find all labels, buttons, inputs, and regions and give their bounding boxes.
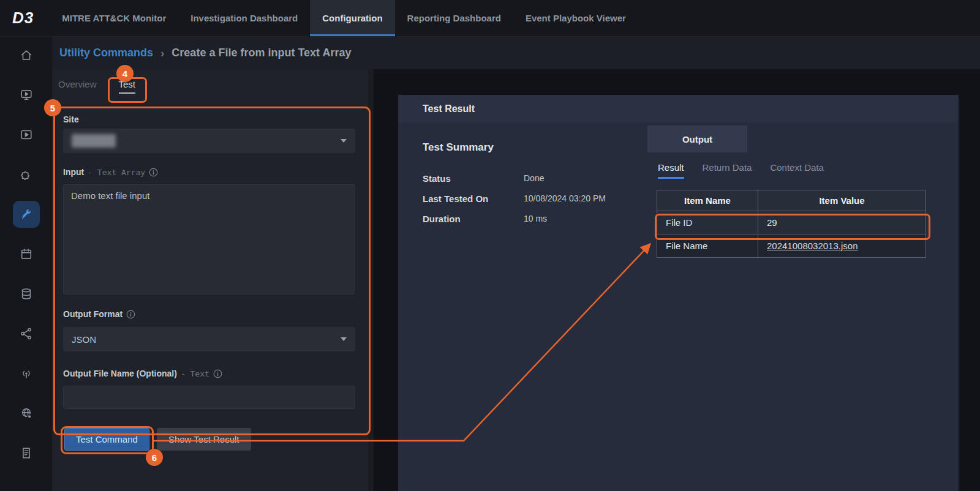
output-format-label: Output Format <box>63 309 135 321</box>
connections-share-icon[interactable] <box>13 320 40 347</box>
input-label-text: Input <box>63 167 84 177</box>
tab-return-data[interactable]: Return Data <box>703 162 752 179</box>
tab-result[interactable]: Result <box>658 162 684 179</box>
header-item-name: Item Name <box>657 190 758 211</box>
input-type-text: - Text Array <box>88 168 145 177</box>
test-summary-fields: Status Done Last Tested On 10/08/2024 03… <box>423 173 606 224</box>
tab-context-data[interactable]: Context Data <box>770 162 824 179</box>
test-command-button[interactable]: Test Command <box>64 428 149 451</box>
output-format-value: JSON <box>72 334 96 345</box>
nav-investigation-dashboard[interactable]: Investigation Dashboard <box>178 0 310 36</box>
table-row-file-name: File Name 20241008032013.json <box>657 234 926 258</box>
nav-reporting-dashboard[interactable]: Reporting Dashboard <box>395 0 513 36</box>
result-table: Item Name Item Value File ID 29 File Nam… <box>657 190 926 258</box>
breadcrumb-current-page: Create a File from input Text Array <box>172 47 351 59</box>
test-result-title: Test Result <box>423 103 475 114</box>
status-label: Status <box>423 173 524 184</box>
annotation-step-5-badge: 5 <box>44 99 61 116</box>
breadcrumb-utility-commands[interactable]: Utility Commands <box>59 47 153 59</box>
scrollbar[interactable] <box>368 69 374 491</box>
duration-label: Duration <box>423 214 524 224</box>
utility-commands-wrench-icon[interactable] <box>13 201 40 228</box>
site-redacted-value <box>72 134 116 148</box>
table-header-row: Item Name Item Value <box>657 190 926 211</box>
summary-row-last-tested: Last Tested On 10/08/2024 03:20 PM <box>423 193 606 204</box>
breadcrumb: Utility Commands › Create a File from in… <box>52 37 980 69</box>
form-buttons: Test Command Show Test Result <box>64 428 251 451</box>
chevron-down-icon <box>341 139 347 143</box>
chevron-down-icon <box>341 337 347 341</box>
file-id-name-cell: File ID <box>657 211 758 234</box>
file-name-value-cell: 20241008032013.json <box>758 234 926 258</box>
result-tabs: Result Return Data Context Data <box>658 162 824 179</box>
broadcast-icon[interactable] <box>13 360 40 387</box>
summary-row-status: Status Done <box>423 173 606 184</box>
nav-mitre-attack-monitor[interactable]: MITRE ATT&CK Monitor <box>50 0 178 36</box>
integrations-puzzle-icon[interactable] <box>13 161 40 188</box>
last-tested-value: 10/08/2024 03:20 PM <box>524 193 606 204</box>
info-icon[interactable] <box>213 369 222 380</box>
test-summary-title: Test Summary <box>423 141 494 154</box>
input-label: Input- Text Array <box>63 167 158 179</box>
info-icon[interactable] <box>149 168 158 179</box>
annotation-step-6-badge: 6 <box>146 449 163 466</box>
monitor-play-icon[interactable] <box>13 81 40 108</box>
output-format-select[interactable]: JSON <box>63 327 355 351</box>
annotation-step-4-badge: 4 <box>116 65 134 82</box>
video-library-icon[interactable] <box>13 121 40 148</box>
web-access-globe-icon[interactable] <box>13 400 40 427</box>
last-tested-label: Last Tested On <box>423 193 524 204</box>
tab-overview[interactable]: Overview <box>58 79 97 94</box>
site-select[interactable] <box>63 129 355 153</box>
input-textarea[interactable]: Demo text file input <box>63 184 355 294</box>
site-label: Site <box>63 114 79 124</box>
show-test-result-button[interactable]: Show Test Result <box>157 428 251 451</box>
duration-value: 10 ms <box>524 214 547 224</box>
output-file-name-label-text: Output File Name (Optional) <box>63 369 177 378</box>
output-file-name-label: Output File Name (Optional)- Text <box>63 369 222 380</box>
schedule-calendar-icon[interactable] <box>13 241 40 268</box>
test-result-header: Test Result <box>398 95 959 122</box>
table-row-file-id: File ID 29 <box>657 211 926 234</box>
reports-document-icon[interactable] <box>13 440 40 467</box>
top-nav-items: MITRE ATT&CK Monitor Investigation Dashb… <box>50 0 638 36</box>
top-navigation: D3 MITRE ATT&CK Monitor Investigation Da… <box>0 0 980 37</box>
file-id-value-cell: 29 <box>758 211 926 234</box>
nav-configuration[interactable]: Configuration <box>310 0 394 36</box>
file-name-name-cell: File Name <box>657 234 758 258</box>
home-icon[interactable] <box>13 42 40 69</box>
output-file-name-input[interactable] <box>63 386 355 409</box>
summary-row-duration: Duration 10 ms <box>423 214 606 224</box>
output-tab[interactable]: Output <box>647 126 747 152</box>
file-name-link[interactable]: 20241008032013.json <box>767 241 858 251</box>
command-form-panel: Overview Test Site Input- Text Array Dem… <box>52 69 374 491</box>
info-icon[interactable] <box>126 310 135 321</box>
database-icon[interactable] <box>13 280 40 307</box>
nav-event-playbook-viewer[interactable]: Event Playbook Viewer <box>513 0 638 36</box>
breadcrumb-separator-icon: › <box>160 47 164 60</box>
output-format-label-text: Output Format <box>63 309 123 319</box>
test-result-panel: Test Result Test Summary Status Done Las… <box>398 95 959 491</box>
output-file-name-type-text: - Text <box>181 369 209 378</box>
header-item-value: Item Value <box>758 190 926 211</box>
status-value: Done <box>524 173 544 184</box>
d3-logo[interactable]: D3 <box>0 0 50 36</box>
